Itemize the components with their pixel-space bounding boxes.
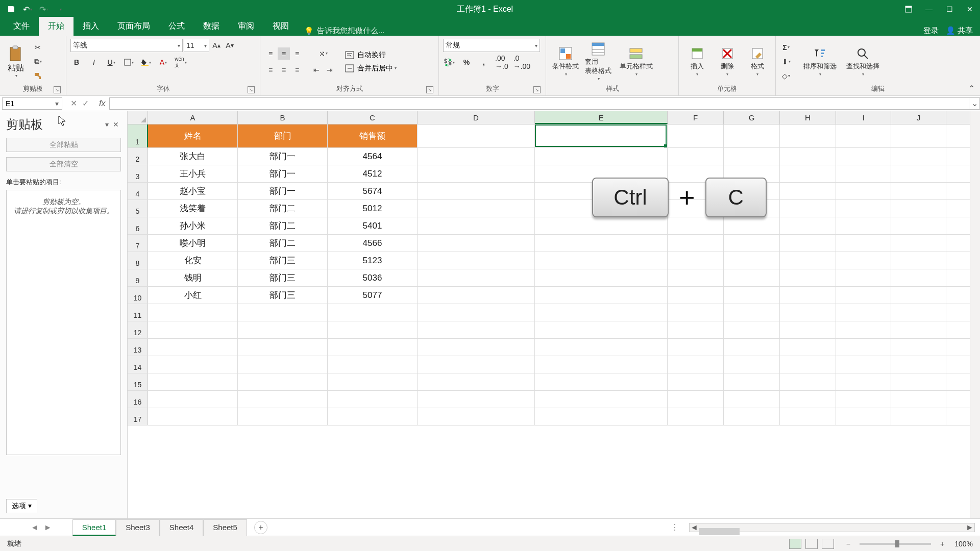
accounting-format-icon[interactable]: 💱▾	[443, 56, 455, 68]
cell[interactable]	[418, 304, 535, 321]
cell[interactable]	[328, 356, 418, 373]
cell[interactable]: 销售额	[328, 124, 418, 147]
zoom-in-icon[interactable]: +	[940, 540, 944, 548]
number-format-combo[interactable]: 常规▾	[443, 39, 540, 52]
cell[interactable]	[418, 235, 535, 252]
underline-button[interactable]: U▾	[105, 56, 117, 68]
cell[interactable]	[724, 148, 780, 165]
find-select-button[interactable]: 查找和选择▾	[842, 46, 883, 77]
percent-icon[interactable]: %	[460, 56, 473, 68]
cell[interactable]	[535, 373, 668, 390]
cell[interactable]	[836, 183, 891, 199]
copy-icon[interactable]: ⧉▾	[32, 56, 44, 68]
cell[interactable]	[418, 217, 535, 234]
sheet-next-icon[interactable]: ►	[44, 523, 52, 532]
tab-审阅[interactable]: 审阅	[229, 17, 263, 36]
cell[interactable]	[891, 200, 946, 217]
cell[interactable]	[891, 165, 946, 182]
cell[interactable]	[418, 321, 535, 338]
cell[interactable]	[535, 304, 668, 321]
sheet-tab[interactable]: Sheet5	[203, 519, 247, 536]
wrap-text-button[interactable]: 自动换行	[345, 51, 397, 60]
row-header[interactable]: 3	[128, 165, 148, 182]
clear-icon[interactable]: ◇▾	[780, 70, 792, 82]
cell[interactable]	[891, 269, 946, 286]
cell[interactable]	[535, 269, 668, 286]
cell[interactable]	[418, 356, 535, 373]
fx-icon[interactable]: fx	[95, 99, 109, 108]
row-header[interactable]: 7	[128, 235, 148, 252]
align-left-icon[interactable]: ≡	[264, 64, 277, 76]
cell[interactable]	[836, 235, 891, 252]
cell[interactable]: 小红	[148, 287, 238, 304]
close-icon[interactable]: ✕	[960, 0, 980, 18]
cell[interactable]: 4564	[328, 148, 418, 165]
cell[interactable]	[836, 217, 891, 234]
cell[interactable]	[238, 321, 328, 338]
cell[interactable]	[418, 200, 535, 217]
column-header[interactable]: H	[780, 111, 836, 124]
cell[interactable]	[238, 408, 328, 425]
cell[interactable]	[535, 148, 668, 165]
cut-icon[interactable]: ✂	[32, 41, 44, 54]
tell-me-box[interactable]: 💡告诉我您想做什么...	[298, 26, 916, 36]
column-header[interactable]: G	[724, 111, 780, 124]
cell[interactable]	[238, 391, 328, 408]
cell[interactable]: 5077	[328, 287, 418, 304]
cell[interactable]: 钱明	[148, 269, 238, 286]
cell[interactable]	[836, 124, 891, 147]
cell[interactable]	[780, 287, 836, 304]
insert-cells-button[interactable]: 插入▾	[683, 46, 711, 77]
cell[interactable]	[148, 356, 238, 373]
cell[interactable]	[328, 391, 418, 408]
row-header[interactable]: 1	[128, 124, 148, 147]
minimize-icon[interactable]: —	[919, 0, 939, 18]
cell[interactable]	[724, 321, 780, 338]
increase-font-icon[interactable]: A▴	[210, 39, 223, 52]
increase-decimal-icon[interactable]: .00→.0	[495, 56, 508, 68]
cell[interactable]	[535, 235, 668, 252]
row-header[interactable]: 11	[128, 304, 148, 321]
clip-options-button[interactable]: 选项 ▾	[6, 499, 37, 513]
vertical-scrollbar[interactable]	[970, 111, 980, 518]
cell[interactable]	[535, 287, 668, 304]
cell[interactable]	[668, 339, 724, 356]
cell[interactable]: 5036	[328, 269, 418, 286]
cell[interactable]	[780, 321, 836, 338]
cell[interactable]	[238, 304, 328, 321]
cancel-formula-icon[interactable]: ✕	[70, 98, 77, 108]
cell[interactable]	[780, 200, 836, 217]
sheet-tab[interactable]: Sheet1	[72, 519, 116, 536]
cell[interactable]	[535, 124, 668, 147]
orientation-icon[interactable]: ⤭▾	[310, 47, 336, 60]
cell[interactable]	[724, 252, 780, 269]
border-button[interactable]: ▾	[122, 56, 135, 68]
cell[interactable]: 张大白	[148, 148, 238, 165]
cell[interactable]	[780, 269, 836, 286]
cell[interactable]	[668, 124, 724, 147]
cell[interactable]	[891, 408, 946, 425]
cell[interactable]	[891, 321, 946, 338]
save-icon[interactable]	[4, 2, 18, 16]
font-color-button[interactable]: A▾	[157, 56, 169, 68]
cell[interactable]	[668, 304, 724, 321]
fill-color-button[interactable]: ▾	[140, 56, 152, 68]
sheet-prev-icon[interactable]: ◄	[31, 523, 39, 532]
cell[interactable]: 部门三	[238, 252, 328, 269]
sheet-tab[interactable]: Sheet4	[160, 519, 204, 536]
cell[interactable]	[780, 356, 836, 373]
row-header[interactable]: 12	[128, 321, 148, 338]
tab-插入[interactable]: 插入	[74, 17, 108, 36]
cell[interactable]	[418, 165, 535, 182]
cell[interactable]	[668, 408, 724, 425]
row-header[interactable]: 17	[128, 408, 148, 425]
format-painter-icon[interactable]	[32, 70, 44, 82]
cell[interactable]	[891, 148, 946, 165]
cell[interactable]	[418, 391, 535, 408]
column-header[interactable]: A	[148, 111, 238, 124]
row-header[interactable]: 2	[128, 148, 148, 165]
sheet-tab[interactable]: Sheet3	[116, 519, 160, 536]
cell[interactable]	[535, 321, 668, 338]
align-center-icon[interactable]: ≡	[278, 64, 290, 76]
cell[interactable]	[780, 165, 836, 182]
